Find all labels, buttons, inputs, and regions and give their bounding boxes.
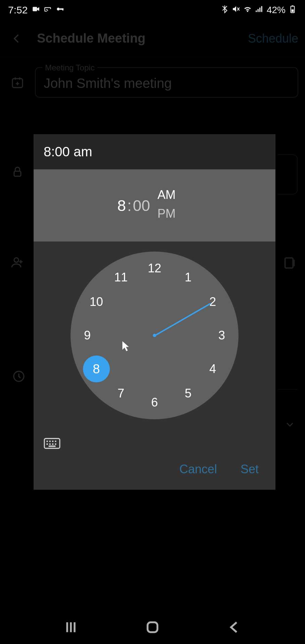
svg-rect-10 xyxy=(292,9,294,12)
divider xyxy=(277,389,298,389)
topic-row: Meeting Topic John Smith's meeting xyxy=(0,57,305,98)
svg-point-15 xyxy=(14,371,24,381)
recents-button[interactable] xyxy=(61,617,81,637)
pm-toggle[interactable]: PM xyxy=(158,207,176,221)
cancel-button[interactable]: Cancel xyxy=(179,462,217,476)
background-field-peek xyxy=(277,154,298,195)
schedule-button[interactable]: Schedule xyxy=(248,32,298,46)
clock-center-dot xyxy=(153,334,156,337)
clock-hour-4[interactable]: 4 xyxy=(204,361,221,377)
digital-minute[interactable]: 00 xyxy=(133,197,150,215)
home-button[interactable] xyxy=(142,617,163,637)
status-right: 42% xyxy=(220,5,297,16)
bluetooth-icon xyxy=(220,5,229,16)
clock-hour-5[interactable]: 5 xyxy=(180,385,197,402)
clock-hour-selected[interactable]: 8 xyxy=(83,356,110,382)
page-title: Schedule Meeting xyxy=(37,31,248,46)
svg-rect-20 xyxy=(55,441,56,442)
nav-back-button[interactable] xyxy=(224,617,244,637)
navigation-bar xyxy=(0,610,305,644)
svg-rect-12 xyxy=(14,171,21,176)
svg-rect-3 xyxy=(62,8,63,10)
svg-point-1 xyxy=(57,7,60,10)
mute-volume-icon xyxy=(232,5,241,16)
svg-rect-18 xyxy=(49,441,51,442)
set-button[interactable]: Set xyxy=(241,462,259,476)
keyboard-toggle-button[interactable] xyxy=(44,437,60,449)
clock-hour-10[interactable]: 10 xyxy=(88,293,105,310)
clock-icon xyxy=(11,369,26,384)
svg-rect-4 xyxy=(256,10,257,12)
signal-icon xyxy=(255,5,263,16)
svg-rect-22 xyxy=(49,443,51,445)
time-picker-dialog: 8:00 am 8 : 00 AM PM 121234567891011 xyxy=(34,134,275,490)
analog-clock-area: 121234567891011 xyxy=(34,241,275,456)
svg-rect-6 xyxy=(259,7,260,12)
vpn-key-icon xyxy=(56,5,64,16)
camera-icon xyxy=(32,5,40,16)
clock-hand xyxy=(155,303,211,336)
clock-hour-3[interactable]: 3 xyxy=(213,327,230,344)
contacts-icon xyxy=(283,255,296,271)
cast-icon xyxy=(44,5,52,16)
svg-point-13 xyxy=(14,258,18,262)
back-button[interactable] xyxy=(10,32,24,45)
svg-rect-5 xyxy=(258,9,259,12)
svg-rect-9 xyxy=(292,5,293,6)
svg-rect-26 xyxy=(147,622,157,632)
status-bar: 7:52 42% xyxy=(0,0,305,20)
status-left: 7:52 xyxy=(8,4,64,16)
battery-icon xyxy=(288,5,297,16)
clock-hour-9[interactable]: 9 xyxy=(79,327,96,344)
digital-separator: : xyxy=(127,197,132,215)
lock-icon xyxy=(10,164,25,179)
am-toggle[interactable]: AM xyxy=(158,188,176,202)
wifi-icon xyxy=(243,5,252,16)
expand-chevron-icon xyxy=(285,419,295,429)
clock-hour-6[interactable]: 6 xyxy=(146,394,163,411)
svg-rect-21 xyxy=(46,443,48,445)
svg-rect-11 xyxy=(12,78,23,88)
clock-hour-2[interactable]: 2 xyxy=(204,293,221,310)
dialog-actions: Cancel Set xyxy=(34,456,275,490)
clock-face[interactable]: 121234567891011 xyxy=(71,252,238,419)
svg-rect-19 xyxy=(52,441,53,442)
meeting-topic-value: John Smith's meeting xyxy=(44,76,290,91)
clock-hour-1[interactable]: 1 xyxy=(180,269,197,286)
svg-rect-23 xyxy=(52,443,53,445)
digital-time-area: 8 : 00 AM PM xyxy=(34,169,275,241)
svg-rect-7 xyxy=(261,6,262,12)
digital-hour[interactable]: 8 xyxy=(117,197,126,215)
clock-hour-12[interactable]: 12 xyxy=(146,260,163,277)
svg-rect-14 xyxy=(285,258,293,268)
battery-percent: 42% xyxy=(267,5,286,15)
svg-rect-0 xyxy=(33,7,37,11)
app-header: Schedule Meeting Schedule xyxy=(0,20,305,57)
svg-rect-24 xyxy=(55,443,56,445)
svg-rect-25 xyxy=(49,445,56,447)
clock-hour-7[interactable]: 7 xyxy=(113,385,129,402)
meeting-topic-field[interactable]: Meeting Topic John Smith's meeting xyxy=(35,67,298,98)
time-picker-title: 8:00 am xyxy=(34,134,275,169)
calendar-add-icon xyxy=(10,75,25,90)
status-time: 7:52 xyxy=(8,4,28,16)
meeting-topic-label: Meeting Topic xyxy=(42,63,97,72)
svg-rect-17 xyxy=(46,441,48,442)
add-person-icon xyxy=(10,255,25,270)
clock-hour-11[interactable]: 11 xyxy=(113,269,129,286)
